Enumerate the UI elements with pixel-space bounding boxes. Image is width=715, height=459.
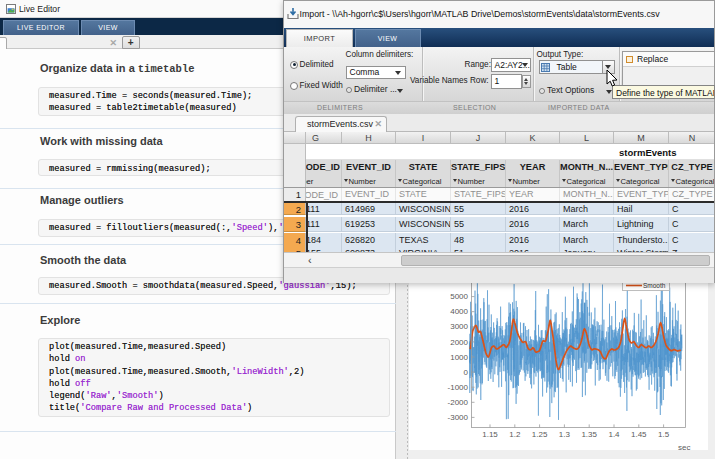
svg-text:0: 0	[464, 367, 469, 376]
svg-text:-1000: -1000	[448, 382, 469, 391]
svg-text:-3000: -3000	[448, 413, 469, 422]
svg-text:1.4: 1.4	[608, 430, 620, 439]
svg-text:1.25: 1.25	[532, 430, 548, 439]
svg-text:1000: 1000	[450, 352, 468, 361]
svg-text:1.15: 1.15	[482, 430, 498, 439]
svg-text:1.35: 1.35	[581, 430, 597, 439]
svg-text:1.3: 1.3	[559, 430, 571, 439]
svg-text:1.2: 1.2	[509, 430, 521, 439]
svg-text:1.5: 1.5	[658, 430, 670, 439]
svg-text:4000: 4000	[450, 307, 468, 316]
svg-text:3000: 3000	[450, 322, 468, 331]
svg-text:5000: 5000	[450, 292, 468, 301]
svg-text:1.45: 1.45	[631, 430, 647, 439]
svg-text:-2000: -2000	[448, 397, 469, 406]
svg-text:2000: 2000	[450, 337, 468, 346]
